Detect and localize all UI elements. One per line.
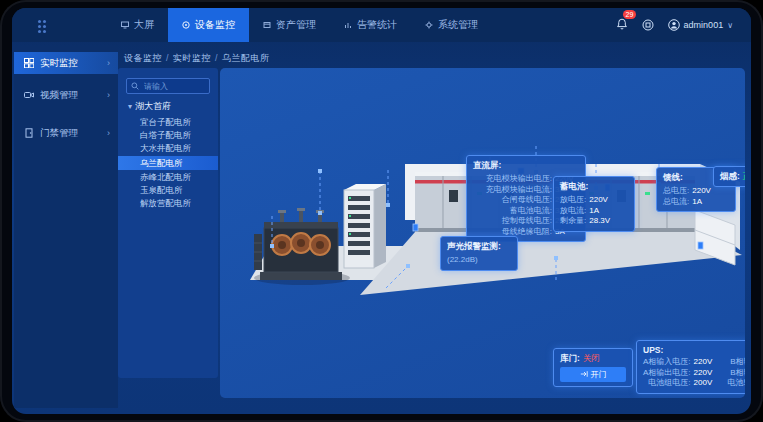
sidebar-item-label: 门禁管理 [40, 127, 78, 140]
breadcrumb: 设备监控/实时监控/乌兰配电所 [124, 52, 270, 65]
bell-icon [616, 18, 628, 30]
sidebar-item-realtime-monitor[interactable]: 实时监控 › [14, 52, 118, 74]
tab-alarm-statistics[interactable]: 告警统计 [330, 8, 411, 42]
tree-root-label: 湖大首府 [135, 101, 171, 111]
field-label: B相输出电压: [730, 368, 745, 379]
field-label: 控制母线电压: [502, 216, 552, 227]
field-label: 总电压: [663, 186, 689, 197]
chevron-right-icon: › [107, 128, 110, 138]
field-label: 总电流: [663, 197, 689, 208]
field-label: 蓄电池电流: [510, 206, 552, 217]
station-tree-panel: ▾湖大首府 宜台子配电所 白塔子配电所 大水井配电所 乌兰配电所 赤峰北配电所 … [118, 68, 218, 378]
field-label: 电池剩余容量: [728, 378, 745, 389]
tree-caret-icon: ▾ [128, 102, 132, 111]
breadcrumb-item[interactable]: 实时监控 [173, 53, 211, 63]
primary-sidebar: 实时监控 › 视频管理 › 门禁管理 › [14, 46, 118, 408]
field-value: 220V [589, 195, 613, 206]
sidebar-item-label: 实时监控 [40, 57, 78, 70]
panel-title: 直流屏: [473, 160, 579, 172]
alarm-count-badge: 29 [623, 10, 637, 19]
door-icon [24, 128, 34, 138]
chevron-down-icon: ∨ [727, 21, 733, 30]
fullscreen-icon[interactable] [642, 19, 654, 31]
sidebar-item-label: 视频管理 [40, 89, 78, 102]
alarm-db-value: (22.2dB) [447, 255, 478, 266]
ups-phase-b: B相输入电压:220V B相输出电压:220V 电池剩余容量:80% [728, 357, 745, 389]
field-value: 220V [692, 186, 716, 197]
ups-phase-a: A相输入电压:220V A相输出电压:220V 电池组电压:200V [643, 357, 718, 389]
field-label: 充电模块输出电压: [486, 174, 552, 185]
door-status-panel: 库门:关闭 开门 [553, 348, 633, 387]
open-door-button[interactable]: 开门 [560, 367, 626, 382]
tree-item[interactable]: 大水井配电所 [118, 142, 218, 155]
tab-dashboard[interactable]: 大屏 [107, 8, 168, 42]
username: admin001 [684, 20, 724, 30]
search-icon [131, 82, 139, 90]
field-label: 合闸母线电压: [502, 195, 552, 206]
video-camera-icon [24, 90, 34, 100]
field-label: 烟感: [720, 171, 740, 182]
battery-panel: 蓄电池: 放电压:220V 放电流:1A 剩余量:28.3V [553, 176, 635, 232]
panel-title: 蓄电池: [560, 181, 628, 193]
tree-item[interactable]: 解放营配电所 [118, 197, 218, 210]
tree-root-node[interactable]: ▾湖大首府 [128, 100, 171, 113]
field-value: 1A [692, 197, 716, 208]
tab-label: 告警统计 [357, 18, 397, 32]
tab-label: 资产管理 [276, 18, 316, 32]
tab-label: 系统管理 [438, 18, 478, 32]
panel-title: UPS: [643, 345, 745, 355]
panel-title: 声光报警监测: [447, 241, 511, 253]
tab-asset-management[interactable]: 资产管理 [249, 8, 330, 42]
sidebar-item-access-control[interactable]: 门禁管理 › [14, 122, 118, 144]
tab-label: 设备监控 [195, 18, 235, 32]
tree-item[interactable]: 玉泉配电所 [118, 184, 218, 197]
drag-handle-icon [38, 20, 41, 23]
field-label: A相输入电压: [643, 357, 691, 368]
open-door-label: 开门 [591, 369, 607, 380]
screen-icon [121, 21, 129, 29]
chevron-right-icon: › [107, 90, 110, 100]
avatar-icon [668, 19, 680, 31]
tree-item-selected[interactable]: 乌兰配电所 [118, 156, 218, 170]
breadcrumb-separator: / [215, 53, 218, 63]
breadcrumb-separator: / [166, 53, 169, 63]
field-label: 剩余量: [560, 216, 586, 227]
field-label: A相输出电压: [643, 368, 691, 379]
tree-search-input[interactable] [142, 81, 205, 92]
field-label: 电池组电压: [648, 378, 690, 389]
screen-background: 大屏 设备监控 资产管理 告警统计 系统管理 [0, 0, 763, 422]
notifications-button[interactable]: 29 [616, 16, 628, 34]
tree-item[interactable]: 宜台子配电所 [118, 116, 218, 129]
chevron-right-icon: › [107, 58, 110, 68]
asset-box-icon [263, 21, 271, 29]
tab-system-management[interactable]: 系统管理 [411, 8, 492, 42]
tree-item[interactable]: 白塔子配电所 [118, 129, 218, 142]
tree-item[interactable]: 赤峰北配电所 [118, 171, 218, 184]
ups-panel: UPS: A相输入电压:220V A相输出电压:220V 电池组电压:200V … [636, 340, 745, 394]
app-window: 大屏 设备监控 资产管理 告警统计 系统管理 [12, 8, 751, 414]
field-value: 220V [694, 357, 718, 368]
door-label: 库门: [560, 353, 580, 364]
tab-label: 大屏 [134, 18, 154, 32]
user-menu[interactable]: admin001 ∨ [668, 19, 733, 31]
field-label: 放电流: [560, 206, 586, 217]
tree-search-box [126, 78, 210, 94]
tab-device-monitor[interactable]: 设备监控 [168, 8, 249, 42]
door-status: 关闭 [583, 353, 600, 364]
device-frame: 大屏 设备监控 资产管理 告警统计 系统管理 [0, 0, 763, 422]
nav-tabs: 大屏 设备监控 资产管理 告警统计 系统管理 [107, 8, 492, 42]
breadcrumb-item[interactable]: 设备监控 [124, 53, 162, 63]
sidebar-item-video-management[interactable]: 视频管理 › [14, 84, 118, 106]
field-value: 28.3V [589, 216, 613, 227]
breadcrumb-item-current: 乌兰配电所 [222, 53, 270, 63]
monitor-icon [182, 21, 190, 29]
main-content: 直流屏: 充电模块输出电压:220V 充电模块输出电流:3A 合闸母线电压:20… [220, 68, 745, 398]
smoke-status: 正常 [743, 171, 745, 182]
smoke-sensor-panel: 烟感:正常 [713, 166, 745, 187]
open-door-icon [580, 370, 588, 378]
stats-icon [344, 21, 352, 29]
top-nav-bar: 大屏 设备监控 资产管理 告警统计 系统管理 [12, 8, 751, 42]
sound-alarm-panel: 声光报警监测: (22.2dB) [440, 236, 518, 271]
field-value: 200V [694, 378, 718, 389]
field-label: B相输入电压: [730, 357, 745, 368]
